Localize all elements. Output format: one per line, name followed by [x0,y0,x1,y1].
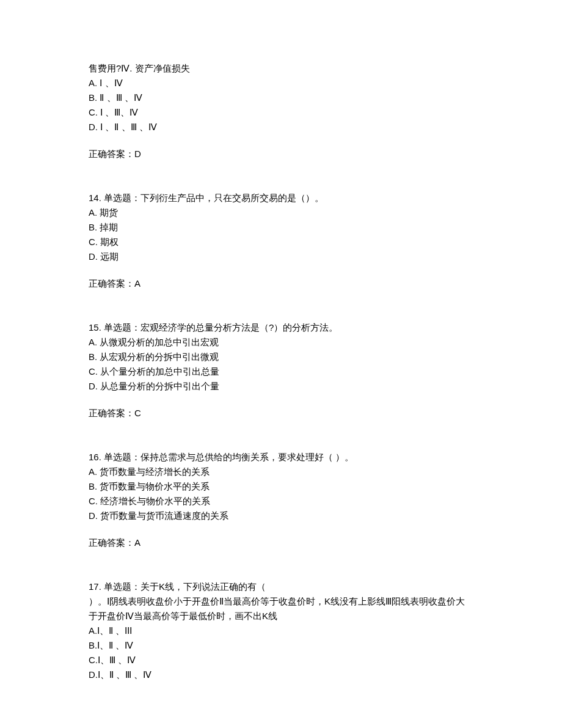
question-17: 17. 单选题：关于K线，下列说法正确的有（ ）。Ⅰ阴线表明收盘价小于开盘价Ⅱ当… [89,579,473,682]
correct-answer: 正确答案：A [89,276,473,291]
option-c: C. Ⅰ 、Ⅲ、Ⅳ [89,105,473,120]
option-b: B. 货币数量与物价水平的关系 [89,479,473,494]
option-a: A. 货币数量与经济增长的关系 [89,465,473,479]
correct-answer: 正确答案：C [89,406,473,421]
option-d: D. 从总量分析的分拆中引出个量 [89,379,473,394]
question-15: 15. 单选题：宏观经济学的总量分析方法是（?）的分析方法。 A. 从微观分析的… [89,320,473,421]
option-a: A. 从微观分析的加总中引出宏观 [89,335,473,350]
option-b: B.Ⅰ、Ⅱ 、Ⅳ [89,638,473,653]
option-b: B. 掉期 [89,220,473,235]
question-stem-line1: 17. 单选题：关于K线，下列说法正确的有（ [89,579,473,594]
option-d: D.Ⅰ、Ⅱ 、Ⅲ 、Ⅳ [89,667,473,682]
question-16: 16. 单选题：保持总需求与总供给的均衡关系，要求处理好（ ）。 A. 货币数量… [89,450,473,550]
question-13-partial: 售费用?Ⅳ. 资产净值损失 A. Ⅰ 、Ⅳ B. Ⅱ 、Ⅲ 、Ⅳ C. Ⅰ 、Ⅲ… [89,61,473,161]
question-stem: 15. 单选题：宏观经济学的总量分析方法是（?）的分析方法。 [89,320,473,335]
option-c: C. 从个量分析的加总中引出总量 [89,364,473,379]
question-stem: 16. 单选题：保持总需求与总供给的均衡关系，要求处理好（ ）。 [89,450,473,465]
question-14: 14. 单选题：下列衍生产品中，只在交易所交易的是（）。 A. 期货 B. 掉期… [89,191,473,291]
question-fragment: 售费用?Ⅳ. 资产净值损失 [89,61,473,76]
option-c: C.Ⅰ、Ⅲ 、Ⅳ [89,653,473,667]
option-d: D. 货币数量与货币流通速度的关系 [89,509,473,523]
correct-answer: 正确答案：D [89,147,473,161]
option-d: D. Ⅰ 、Ⅱ 、Ⅲ 、Ⅳ [89,120,473,134]
option-b: B. Ⅱ 、Ⅲ 、Ⅳ [89,90,473,105]
option-b: B. 从宏观分析的分拆中引出微观 [89,350,473,364]
option-a: A. Ⅰ 、Ⅳ [89,76,473,90]
option-d: D. 远期 [89,249,473,264]
option-a: A. 期货 [89,205,473,220]
question-stem: 14. 单选题：下列衍生产品中，只在交易所交易的是（）。 [89,191,473,205]
option-c: C. 期权 [89,235,473,249]
option-c: C. 经济增长与物价水平的关系 [89,494,473,509]
option-a: A.Ⅰ、Ⅱ 、ⅠⅠⅠ [89,623,473,638]
question-stem-line2: ）。Ⅰ阴线表明收盘价小于开盘价Ⅱ当最高价等于收盘价时，K线没有上影线Ⅲ阳线表明收… [89,594,473,623]
correct-answer: 正确答案：A [89,535,473,550]
